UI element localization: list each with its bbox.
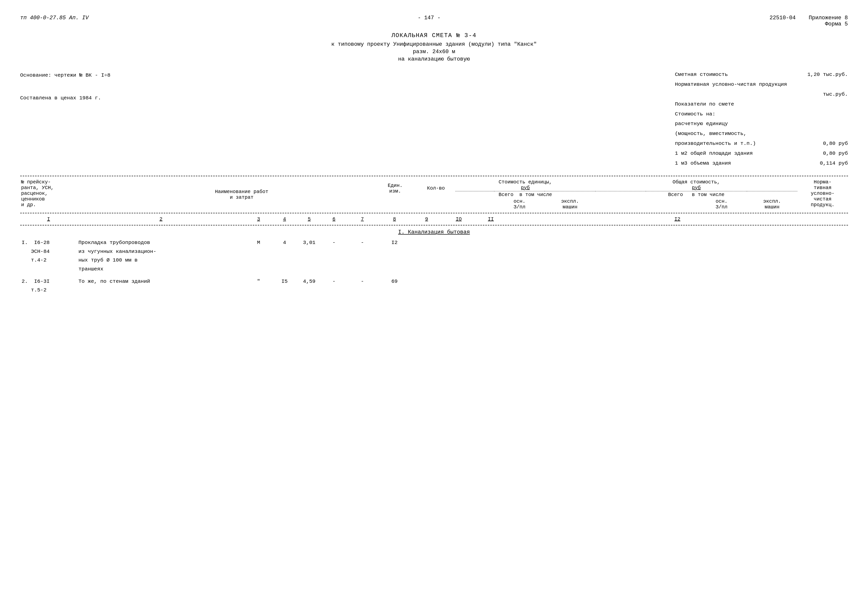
- col-num-5: 5: [297, 216, 322, 222]
- table-header: № прейску- ранта, УСН, расценок, ценнико…: [20, 176, 848, 225]
- row2-code: 2. I6-3I т.5-2: [20, 276, 77, 295]
- info-cost-unit-detail3: производительность и т.п.): [675, 139, 756, 148]
- info-indicators: Показатели по смете: [675, 99, 848, 109]
- col1-header: № прейску- ранта, УСН, расценок, ценнико…: [20, 179, 110, 210]
- row2-qty: I5: [272, 276, 297, 295]
- row1-unit: М: [245, 238, 272, 274]
- info-cost-value: 1,20 тыс.руб.: [807, 70, 848, 80]
- col-num-3: 3: [245, 216, 272, 222]
- row2-code1: I6-3I: [34, 279, 50, 284]
- data-table: I. I6-28 ЭСН-84 т.4-2 Прокладка трубопро…: [20, 238, 848, 298]
- row1-norm: [507, 238, 510, 274]
- row1-code2: ЭСН-84: [31, 249, 50, 254]
- table-row: I. I6-28 ЭСН-84 т.4-2 Прокладка трубопро…: [20, 238, 848, 274]
- info-cost-unit-value: 0,80 руб: [823, 139, 848, 148]
- info-cost-volume-value: 0,114 руб: [820, 158, 848, 169]
- table-row: 2. I6-3I т.5-2 То же, по стенам зданий "…: [20, 276, 848, 295]
- row1-code1: I6-28: [34, 240, 50, 245]
- col567-sub: Всего в том числе: [455, 191, 595, 198]
- title-sub2: разм. 24x60 м: [20, 49, 848, 55]
- row1-code3: т.4-2: [31, 257, 47, 263]
- header-form: Форма 5: [825, 21, 848, 27]
- info-left: Основание: чертежи № ВК - I÷8 Составлена…: [20, 70, 111, 169]
- col4-header: Кол-во: [416, 179, 455, 198]
- col-num-12: I2: [507, 216, 848, 222]
- info-right: Сметная стоимость 1,20 тыс.руб. Норматив…: [675, 70, 848, 169]
- col-num-10: IO: [443, 216, 475, 222]
- row2-total-osn: [411, 276, 443, 295]
- col-num-6: 6: [322, 216, 346, 222]
- info-cost-unit-detail1: расчетную единицу: [675, 119, 848, 129]
- info-section: Основание: чертежи № ВК - I÷8 Составлена…: [20, 70, 848, 169]
- col-num-11: II: [475, 216, 507, 222]
- info-ncp-label: Нормативная условно-чистая продукция: [675, 80, 848, 89]
- col-num-7: 7: [346, 216, 379, 222]
- info-compiled: Составлена в ценах 1984 г.: [20, 92, 111, 104]
- row1-qty: 4: [272, 238, 297, 274]
- row1-description: Прокладка трубопроводов из чугунных кана…: [77, 238, 245, 274]
- row2-total: 69: [379, 276, 411, 295]
- row2-unit: ": [245, 276, 272, 295]
- row1-total-expl: [443, 238, 475, 274]
- col9-12-sub: Всего в том числе: [595, 191, 797, 198]
- section1-title: I. Канализация бытовая: [20, 229, 848, 235]
- col-header-row1: № прейску- ранта, УСН, расценок, ценнико…: [20, 179, 848, 191]
- row1-total-osn: [411, 238, 443, 274]
- page: тп 400-0-27.85 Ап. IV - 147 - 22510-04 П…: [20, 15, 848, 298]
- col-numbers-row: I 2 3 4 5 6 7 8 9 IO II I2: [20, 216, 848, 222]
- info-ncp-row: Нормативная условно-чистая продукция тыс…: [675, 80, 848, 99]
- row2-total-expl: [443, 276, 475, 295]
- col4-header2: [416, 198, 455, 210]
- row2-cost-osn: -: [322, 276, 346, 295]
- row1-cost-expl: -: [346, 238, 379, 274]
- row1-code: I. I6-28 ЭСН-84 т.4-2: [20, 238, 77, 274]
- col8-header2: [595, 198, 646, 210]
- col11-header2: экспл. машин: [747, 198, 797, 210]
- title-section: ЛОКАЛЬНАЯ СМЕТА № 3-4 к типовому проекту…: [20, 32, 848, 62]
- info-cost-area-value: 0,80 руб: [823, 148, 848, 158]
- info-ncp-value: тыс.руб.: [823, 89, 848, 99]
- header-appendix: Приложение 8: [809, 15, 848, 21]
- col-num-9: 9: [411, 216, 443, 222]
- info-cost-unit-label: Стоимость на:: [675, 109, 848, 119]
- info-cost-row: Сметная стоимость 1,20 тыс.руб.: [675, 70, 848, 80]
- info-cost-label: Сметная стоимость: [675, 70, 728, 80]
- col-num-4: 4: [272, 216, 297, 222]
- title-sub3: на канализацию бытовую: [20, 56, 848, 62]
- col567-header: Стоимость единицы, руб: [455, 179, 595, 191]
- row2-cost: 4,59: [297, 276, 322, 295]
- col-num-2: 2: [77, 216, 245, 222]
- header-row: тп 400-0-27.85 Ап. IV - 147 - 22510-04 П…: [20, 15, 848, 27]
- col-norm-header: Норма- тивная условно- чистая продукц.: [797, 179, 848, 210]
- info-cost-unit-detail2: (мощность, вместимость,: [675, 129, 848, 139]
- row1-total: I2: [379, 238, 411, 274]
- col5-header2: [455, 198, 494, 210]
- row1-total-norm: [475, 238, 507, 274]
- col7-header2: экспл. машин: [545, 198, 595, 210]
- col-header-table: № прейску- ранта, УСН, расценок, ценнико…: [20, 179, 848, 210]
- row2-description: То же, по стенам зданий: [77, 276, 245, 295]
- col-numbers-table: I 2 3 4 5 6 7 8 9 IO II I2: [20, 216, 848, 222]
- row2-norm: [507, 276, 510, 295]
- col3-header: Един. изм.: [374, 179, 416, 198]
- title-main: ЛОКАЛЬНАЯ СМЕТА № 3-4: [20, 32, 848, 39]
- row2-num: 2.: [22, 279, 28, 284]
- info-cost-area-label: 1 м2 общей площади здания: [675, 148, 753, 158]
- row2-total-norm: [475, 276, 507, 295]
- header-left: тп 400-0-27.85 Ап. IV: [20, 15, 89, 21]
- info-basis: Основание: чертежи № ВК - I÷8: [20, 70, 111, 81]
- title-sub1: к типовому проекту Унифицированные здани…: [20, 41, 848, 47]
- row2-code2: т.5-2: [31, 287, 47, 293]
- col-num-1: I: [20, 216, 77, 222]
- row2-cost-expl: -: [346, 276, 379, 295]
- header-right: 22510-04 Приложение 8 Форма 5: [770, 15, 848, 27]
- col2-header: Наименование работ и затрат: [109, 179, 374, 210]
- col-num-8: 8: [379, 216, 411, 222]
- col9-12-header: Общая стоимость, руб: [595, 179, 797, 191]
- col10-header2: осн. З/пл: [696, 198, 747, 210]
- row1-num: I.: [22, 240, 28, 245]
- col9-header2: [646, 198, 696, 210]
- row1-cost: 3,01: [297, 238, 322, 274]
- info-cost-volume-label: 1 м3 объема здания: [675, 158, 731, 169]
- col6-header2: осн. З/пл: [494, 198, 545, 210]
